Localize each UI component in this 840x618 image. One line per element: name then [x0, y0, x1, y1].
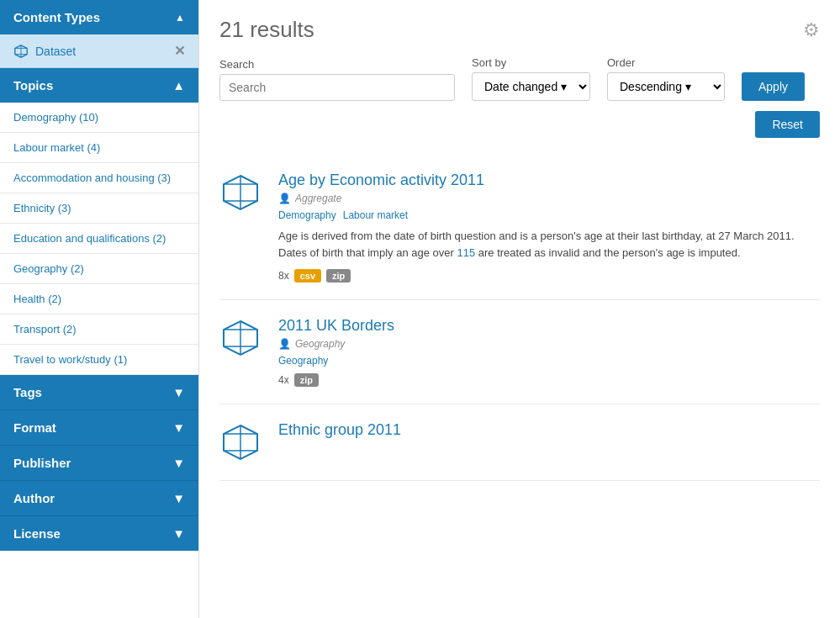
results-count: 21 results: [219, 17, 314, 43]
license-chevron-icon: ▼: [172, 526, 185, 541]
result-content: Age by Economic activity 2011 👤 Aggregat…: [278, 172, 820, 283]
author-label: Author: [13, 491, 55, 505]
result-title-link[interactable]: Age by Economic activity 2011: [278, 172, 820, 189]
tags-header[interactable]: Tags ▼: [0, 375, 198, 409]
content-types-label: Content Types: [13, 10, 100, 24]
tags-label: Tags: [13, 385, 42, 399]
tag-labour-market[interactable]: Labour market: [343, 209, 408, 221]
result-content: 2011 UK Borders 👤 Geography Geography 4x…: [278, 317, 820, 387]
topics-label: Topics: [13, 78, 53, 92]
result-description: Age is derived from the date of birth qu…: [278, 228, 820, 261]
topic-item[interactable]: Travel to work/study (1): [0, 345, 198, 375]
publisher-label: Publisher: [13, 456, 71, 470]
publisher-header[interactable]: Publisher ▼: [0, 445, 198, 480]
result-content: Ethnic group 2011: [278, 421, 820, 442]
result-title-link[interactable]: 2011 UK Borders: [278, 317, 820, 335]
main-content: 21 results ⚙ Search Sort by Date changed…: [199, 0, 840, 618]
topic-item[interactable]: Ethnicity (3): [0, 193, 198, 224]
sort-by-group: Sort by Date changed ▾ Relevance Title: [472, 56, 590, 101]
order-label: Order: [607, 56, 725, 69]
topics-header[interactable]: Topics ▲: [0, 68, 198, 103]
topic-item[interactable]: Health (2): [0, 284, 198, 314]
tag-demography[interactable]: Demography: [278, 209, 336, 221]
search-group: Search: [219, 58, 455, 101]
zip-badge: zip: [294, 373, 319, 387]
publisher-chevron-icon: ▼: [172, 456, 185, 470]
apply-button[interactable]: Apply: [742, 72, 805, 101]
dataset-cube-icon: [219, 421, 262, 463]
format-chevron-icon: ▼: [172, 420, 185, 435]
result-meta: 👤 Aggregate: [278, 193, 820, 204]
content-types-header[interactable]: Content Types ▲: [0, 0, 198, 34]
result-item: Age by Economic activity 2011 👤 Aggregat…: [219, 155, 820, 300]
sidebar: Content Types ▲ Dataset ✕ Topics ▲ Demog…: [0, 0, 199, 618]
dataset-filter-label: Dataset: [13, 44, 76, 59]
search-label: Search: [219, 58, 455, 71]
tags-chevron-icon: ▼: [172, 385, 185, 399]
result-meta: 👤 Geography: [278, 338, 820, 350]
dataset-cube-icon: [219, 172, 262, 214]
sort-by-label: Sort by: [472, 56, 590, 69]
search-input[interactable]: [219, 74, 455, 101]
format-label: Format: [13, 420, 56, 435]
highlight-number: 115: [457, 246, 475, 259]
result-type: Aggregate: [295, 193, 341, 204]
reset-row: Reset: [219, 111, 820, 138]
reset-button[interactable]: Reset: [755, 111, 820, 138]
dataset-cube-icon: [219, 317, 262, 359]
author-chevron-icon: ▼: [172, 491, 185, 505]
topics-chevron-icon: ▲: [172, 78, 185, 92]
order-select[interactable]: Descending ▾ Ascending: [607, 72, 725, 101]
dataset-filter-row: Dataset ✕: [0, 34, 198, 68]
topic-item[interactable]: Education and qualifications (2): [0, 224, 198, 254]
result-formats: 8x csv zip: [278, 269, 820, 283]
order-group: Order Descending ▾ Ascending: [607, 56, 725, 101]
format-header[interactable]: Format ▼: [0, 409, 198, 445]
results-header: 21 results ⚙: [219, 17, 820, 43]
result-type: Geography: [295, 338, 345, 350]
format-count-csv: 8x: [278, 270, 289, 282]
settings-icon[interactable]: ⚙: [803, 19, 820, 41]
topic-item[interactable]: Labour market (4): [0, 133, 198, 163]
aggregate-icon: 👤: [278, 193, 291, 204]
result-tags: Demography Labour market: [278, 209, 820, 221]
aggregate-icon: 👤: [278, 338, 291, 350]
topic-item[interactable]: Accommodation and housing (3): [0, 163, 198, 193]
result-tags: Geography: [278, 355, 820, 367]
content-types-chevron-icon: ▲: [175, 12, 185, 24]
license-header[interactable]: License ▼: [0, 515, 198, 551]
dataset-icon: [13, 44, 29, 59]
tag-geography[interactable]: Geography: [278, 355, 328, 367]
csv-badge: csv: [294, 269, 321, 283]
remove-dataset-filter-button[interactable]: ✕: [174, 43, 185, 59]
author-header[interactable]: Author ▼: [0, 480, 198, 515]
format-count-zip: 4x: [278, 374, 289, 386]
search-bar-row: Search Sort by Date changed ▾ Relevance …: [219, 56, 820, 101]
license-label: License: [13, 526, 61, 541]
result-title-link[interactable]: Ethnic group 2011: [278, 421, 820, 439]
sort-by-select[interactable]: Date changed ▾ Relevance Title: [472, 72, 590, 101]
zip-badge: zip: [326, 269, 351, 283]
result-item: Ethnic group 2011: [219, 404, 820, 481]
topic-item[interactable]: Transport (2): [0, 314, 198, 345]
dataset-filter-text: Dataset: [35, 45, 76, 58]
result-formats: 4x zip: [278, 373, 820, 387]
topic-item[interactable]: Geography (2): [0, 254, 198, 284]
topic-item[interactable]: Demography (10): [0, 103, 198, 133]
result-item: 2011 UK Borders 👤 Geography Geography 4x…: [219, 300, 820, 404]
